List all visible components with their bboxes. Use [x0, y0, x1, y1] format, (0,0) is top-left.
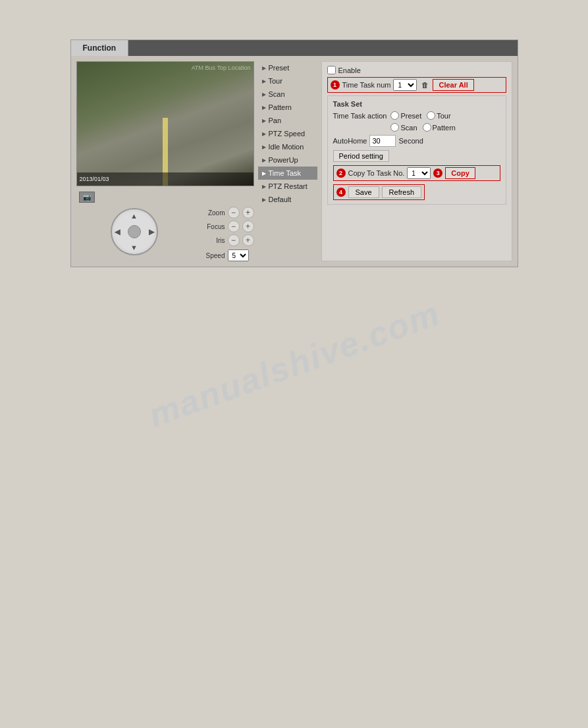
camera-view: ATM Bus Top Location 2013/01/03 — [76, 61, 254, 186]
zoom-row: Zoom − + — [201, 207, 254, 219]
menu-item-idle-motion[interactable]: ▶ Idle Motion — [258, 140, 317, 153]
menu-item-powerup[interactable]: ▶ PowerUp — [258, 153, 317, 167]
save-refresh-row: 4 Save Refresh — [333, 184, 425, 200]
badge-4: 4 — [336, 188, 346, 197]
tab-bar: Function — [71, 40, 518, 56]
speed-row: Speed 5 1 2 3 4 6 7 8 — [201, 249, 254, 261]
task-set-box: Task Set Time Task action Preset Tour — [327, 95, 506, 205]
scan-radio-label[interactable]: Scan — [390, 123, 417, 132]
clear-all-button[interactable]: Clear All — [433, 79, 473, 91]
period-setting-button[interactable]: Period setting — [333, 150, 389, 162]
menu-arrow-ptz-restart: ▶ — [262, 184, 266, 190]
menu-arrow-time-task: ▶ — [262, 170, 266, 176]
tour-radio-label[interactable]: Tour — [427, 111, 450, 120]
speed-select[interactable]: 5 1 2 3 4 6 7 8 — [228, 249, 249, 261]
menu-label-default: Default — [269, 195, 292, 203]
task-action-row-2: Time Task action Scan Pattern — [333, 123, 500, 132]
task-action-radio-group: Preset Tour — [390, 111, 450, 120]
scan-radio-text: Scan — [400, 124, 417, 132]
menu-item-ptz-restart[interactable]: ▶ PTZ Restart — [258, 180, 317, 193]
time-task-num-row: 1 Time Task num 1 2 3 4 5 🗑 Clear All — [327, 77, 506, 93]
controls-row: ▲ ▼ ◀ ▶ Zoom − + — [76, 207, 254, 261]
function-tab[interactable]: Function — [71, 40, 129, 56]
focus-plus[interactable]: + — [242, 221, 254, 232]
settings-panel: Enable 1 Time Task num 1 2 3 4 5 🗑 Clear… — [321, 61, 512, 261]
menu-label-pattern: Pattern — [269, 103, 292, 111]
focus-label: Focus — [201, 223, 225, 230]
tour-radio-text: Tour — [437, 112, 450, 120]
pattern-radio[interactable] — [423, 123, 431, 132]
copy-row: 2 Copy To Task No. 1 2 3 4 5 3 Copy — [333, 165, 500, 181]
left-column: ATM Bus Top Location 2013/01/03 📷 ▲ — [76, 61, 254, 261]
menu-arrow-tour: ▶ — [262, 78, 266, 84]
menu-arrow-scan: ▶ — [262, 91, 266, 97]
copy-task-select[interactable]: 1 2 3 4 5 — [407, 167, 431, 179]
menu-label-scan: Scan — [269, 90, 285, 98]
copy-button[interactable]: Copy — [445, 167, 475, 179]
iris-plus[interactable]: + — [242, 234, 254, 246]
copy-label: Copy To Task No. — [348, 169, 405, 177]
menu-arrow-pan: ▶ — [262, 118, 266, 124]
menu-label-ptz-restart: PTZ Restart — [269, 182, 307, 190]
main-panel: Function ATM Bus Top Location 2013/01/03… — [70, 39, 518, 267]
menu-item-tour[interactable]: ▶ Tour — [258, 74, 317, 88]
joystick-down[interactable]: ▼ — [130, 244, 138, 251]
menu-item-pan[interactable]: ▶ Pan — [258, 114, 317, 127]
iris-row: Iris − + — [201, 234, 254, 246]
joystick-right[interactable]: ▶ — [149, 228, 154, 236]
zoom-label: Zoom — [201, 209, 225, 217]
joystick-circle: ▲ ▼ ◀ ▶ — [111, 208, 158, 255]
joystick-center — [128, 225, 141, 238]
menu-label-time-task: Time Task — [269, 169, 302, 177]
menu-arrow-pattern: ▶ — [262, 105, 266, 111]
menu-label-ptz-speed: PTZ Speed — [269, 130, 306, 138]
joystick-left[interactable]: ◀ — [115, 228, 120, 236]
time-task-num-select[interactable]: 1 2 3 4 5 — [393, 79, 417, 91]
menu-item-pattern[interactable]: ▶ Pattern — [258, 101, 317, 114]
camera-bottom-bar: 2013/01/03 — [77, 172, 254, 186]
camera-overlay-text: ATM Bus Top Location — [192, 65, 251, 71]
speed-label: Speed — [201, 252, 225, 259]
task-action-label: Time Task action — [333, 112, 387, 120]
panel-body: ATM Bus Top Location 2013/01/03 📷 ▲ — [71, 56, 518, 267]
auto-home-row: AutoHome Second — [333, 135, 500, 147]
menu-item-time-task[interactable]: ▶ Time Task — [258, 167, 317, 180]
menu-arrow-powerup: ▶ — [262, 157, 266, 163]
focus-row: Focus − + — [201, 221, 254, 232]
enable-row: Enable — [327, 66, 506, 74]
save-button[interactable]: Save — [348, 186, 379, 198]
refresh-button[interactable]: Refresh — [382, 186, 422, 198]
period-setting-row: Period setting — [333, 150, 500, 162]
scan-radio[interactable] — [390, 123, 399, 132]
joystick-up[interactable]: ▲ — [130, 212, 138, 220]
menu-arrow-idle-motion: ▶ — [262, 144, 266, 150]
preset-radio-label[interactable]: Preset — [390, 111, 421, 120]
auto-home-input[interactable] — [369, 135, 396, 147]
zoom-minus[interactable]: − — [228, 207, 240, 219]
preset-radio[interactable] — [390, 111, 399, 120]
menu-item-default[interactable]: ▶ Default — [258, 193, 317, 206]
menu-item-scan[interactable]: ▶ Scan — [258, 88, 317, 101]
pattern-radio-label[interactable]: Pattern — [423, 123, 456, 132]
menu-item-ptz-speed[interactable]: ▶ PTZ Speed — [258, 127, 317, 140]
tour-radio[interactable] — [427, 111, 435, 120]
preset-radio-text: Preset — [400, 112, 421, 120]
snapshot-button[interactable]: 📷 — [79, 192, 95, 203]
menu-label-idle-motion: Idle Motion — [269, 143, 304, 151]
menu-column: ▶ Preset ▶ Tour ▶ Scan ▶ Pattern ▶ Pan — [258, 61, 317, 261]
iris-minus[interactable]: − — [228, 234, 240, 246]
menu-label-tour: Tour — [269, 77, 282, 85]
menu-item-preset[interactable]: ▶ Preset — [258, 61, 317, 74]
trash-icon[interactable]: 🗑 — [419, 80, 430, 90]
iris-label: Iris — [201, 237, 225, 244]
zoom-plus[interactable]: + — [242, 207, 254, 219]
enable-label: Enable — [338, 66, 361, 74]
pattern-radio-text: Pattern — [433, 124, 456, 132]
focus-minus[interactable]: − — [228, 221, 240, 232]
enable-checkbox[interactable] — [327, 66, 336, 74]
ptz-joystick: ▲ ▼ ◀ ▶ — [111, 208, 158, 255]
camera-timestamp: 2013/01/03 — [80, 176, 109, 182]
menu-label-powerup: PowerUp — [269, 156, 298, 164]
task-action-row: Time Task action Preset Tour — [333, 111, 500, 120]
menu-arrow-default: ▶ — [262, 197, 266, 203]
